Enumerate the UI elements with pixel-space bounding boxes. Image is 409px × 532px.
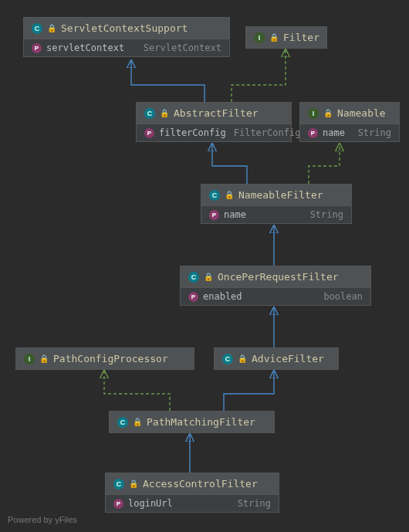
class-icon: C bbox=[32, 23, 42, 34]
property-name: loginUrl bbox=[128, 498, 173, 509]
footer-credit: Powered by yFiles bbox=[8, 515, 77, 524]
lock-icon: 🔒 bbox=[238, 354, 247, 363]
lock-icon: 🔒 bbox=[269, 33, 279, 42]
lock-icon: 🔒 bbox=[133, 418, 142, 426]
property-name: servletContext bbox=[46, 42, 124, 53]
lock-icon: 🔒 bbox=[204, 273, 213, 281]
class-icon: C bbox=[222, 354, 233, 364]
class-access-control-filter[interactable]: C 🔒 AccessControlFilter PloginUrl String bbox=[105, 473, 279, 513]
class-title: AccessControlFilter bbox=[143, 478, 258, 490]
class-icon: C bbox=[117, 417, 128, 428]
interface-nameable[interactable]: I 🔒 Nameable Pname String bbox=[299, 102, 400, 142]
property-type: String bbox=[310, 209, 343, 220]
class-title: Nameable bbox=[337, 107, 386, 119]
class-icon: C bbox=[144, 108, 155, 119]
class-advice-filter[interactable]: C 🔒 AdviceFilter bbox=[214, 347, 339, 370]
class-nameable-filter[interactable]: C 🔒 NameableFilter Pname String bbox=[201, 184, 352, 224]
property-type: String bbox=[238, 498, 271, 509]
property-name: name bbox=[224, 209, 246, 220]
property-type: ServletContext bbox=[144, 42, 221, 53]
property-icon: P bbox=[188, 292, 198, 302]
class-icon: C bbox=[209, 190, 220, 201]
class-title: PathMatchingFilter bbox=[147, 416, 255, 428]
interface-icon: I bbox=[254, 32, 265, 43]
property-icon: P bbox=[32, 43, 42, 53]
class-icon: C bbox=[113, 479, 124, 490]
property-name: filterConfig bbox=[159, 127, 226, 138]
interface-filter[interactable]: I 🔒 Filter bbox=[245, 26, 327, 49]
property-name: enabled bbox=[203, 291, 242, 302]
lock-icon: 🔒 bbox=[160, 109, 169, 117]
interface-path-config-processor[interactable]: I 🔒 PathConfigProcessor bbox=[15, 347, 194, 370]
class-title: AbstractFilter bbox=[174, 107, 259, 119]
class-title: PathConfigProcessor bbox=[53, 353, 168, 364]
class-title: ServletContextSupport bbox=[61, 22, 188, 34]
class-title: NameableFilter bbox=[238, 189, 323, 201]
lock-icon: 🔒 bbox=[225, 191, 234, 199]
property-name: name bbox=[323, 127, 345, 138]
property-type: FilterConfig bbox=[234, 127, 301, 138]
lock-icon: 🔒 bbox=[39, 354, 49, 363]
property-icon: P bbox=[113, 499, 123, 509]
diagram-canvas: C 🔒 ServletContextSupport PservletContex… bbox=[0, 0, 409, 532]
class-title: OncePerRequestFilter bbox=[218, 271, 339, 283]
interface-icon: I bbox=[24, 354, 35, 364]
class-icon: C bbox=[188, 272, 199, 283]
class-title: Filter bbox=[283, 32, 319, 43]
lock-icon: 🔒 bbox=[129, 479, 138, 488]
property-icon: P bbox=[144, 128, 154, 138]
class-title: AdviceFilter bbox=[252, 353, 324, 364]
interface-icon: I bbox=[308, 108, 319, 119]
property-type: boolean bbox=[323, 291, 363, 302]
lock-icon: 🔒 bbox=[47, 24, 56, 32]
property-type: String bbox=[358, 127, 391, 138]
class-once-per-request-filter[interactable]: C 🔒 OncePerRequestFilter Penabled boolea… bbox=[180, 266, 371, 306]
class-path-matching-filter[interactable]: C 🔒 PathMatchingFilter bbox=[109, 411, 275, 433]
property-icon: P bbox=[209, 210, 219, 220]
property-icon: P bbox=[308, 128, 318, 138]
class-abstract-filter[interactable]: C 🔒 AbstractFilter PfilterConfig FilterC… bbox=[136, 102, 292, 142]
class-servlet-context-support[interactable]: C 🔒 ServletContextSupport PservletContex… bbox=[23, 17, 230, 57]
lock-icon: 🔒 bbox=[323, 109, 333, 117]
